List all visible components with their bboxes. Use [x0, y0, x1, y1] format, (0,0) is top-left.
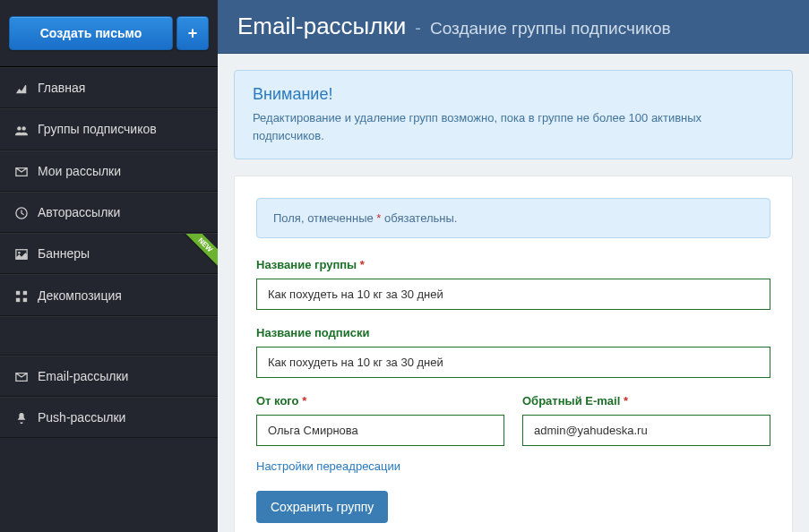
group-name-input[interactable] — [256, 279, 770, 310]
sidebar-item-main[interactable]: Главная — [0, 68, 218, 107]
sidebar-top: Создать письмо + — [0, 0, 218, 67]
image-icon — [14, 246, 29, 261]
main: Email-рассылки - Создание группы подписч… — [218, 0, 809, 532]
svg-rect-8 — [23, 298, 27, 302]
users-icon — [14, 122, 29, 136]
create-letter-button[interactable]: Создать письмо — [9, 16, 173, 50]
sidebar-item-push-mailings[interactable]: Push-рассылки — [0, 398, 218, 437]
attention-alert: Внимание! Редактирование и удаление груп… — [234, 70, 793, 159]
from-input[interactable] — [256, 415, 504, 446]
alert-title: Внимание! — [253, 85, 774, 104]
sidebar-item-label: Мои рассылки — [38, 164, 121, 178]
svg-rect-5 — [16, 291, 20, 295]
page-subtitle: Создание группы подписчиков — [430, 19, 671, 39]
svg-rect-6 — [23, 291, 27, 295]
page-header: Email-рассылки - Создание группы подписч… — [218, 0, 809, 54]
content: Внимание! Редактирование и удаление груп… — [218, 54, 809, 532]
asterisk-icon: * — [360, 258, 365, 271]
sidebar-item-label: Главная — [38, 81, 85, 95]
svg-point-1 — [22, 126, 25, 130]
form-row-sender: От кого * Обратный E-mail * — [256, 394, 770, 446]
asterisk-icon: * — [624, 394, 628, 408]
sidebar-item-label: Баннеры — [38, 246, 90, 261]
sidebar-item-label: Авторассылки — [38, 205, 120, 219]
group-name-label: Название группы * — [256, 258, 770, 271]
sidebar-item-label: Email-рассылки — [38, 369, 128, 383]
sidebar-item-auto-mailings[interactable]: Авторассылки — [0, 193, 218, 232]
chart-icon — [14, 81, 29, 95]
bell-icon — [14, 410, 29, 425]
reply-email-label: Обратный E-mail * — [522, 394, 770, 408]
subscription-name-label: Название подписки — [256, 326, 770, 339]
svg-point-0 — [17, 126, 21, 130]
sidebar-item-decomposition[interactable]: Декомпозиция — [0, 275, 218, 314]
grid-icon — [14, 287, 29, 302]
from-label: От кого * — [256, 394, 504, 408]
page-title: Email-рассылки — [237, 13, 406, 40]
form-row-subscription-name: Название подписки — [256, 326, 770, 378]
nav-gap — [0, 316, 218, 356]
sidebar-item-groups[interactable]: Группы подписчиков — [0, 109, 218, 149]
redirect-settings-link[interactable]: Настройки переадресации — [256, 459, 400, 473]
clock-icon — [14, 205, 29, 219]
asterisk-icon: * — [302, 394, 306, 408]
sidebar-item-email-mailings[interactable]: Email-рассылки — [0, 356, 218, 396]
sidebar-item-label: Группы подписчиков — [38, 122, 157, 136]
form-panel: Поля, отмеченные * обязательны. Название… — [234, 176, 793, 532]
sidebar-item-label: Декомпозиция — [38, 288, 122, 303]
envelope-icon — [14, 164, 29, 178]
nav-list: Главная Группы подписчиков Мои рассылки … — [0, 67, 218, 438]
required-fields-note: Поля, отмеченные * обязательны. — [256, 198, 770, 238]
create-plus-button[interactable]: + — [176, 16, 209, 50]
save-group-button[interactable]: Сохранить группу — [256, 491, 388, 523]
svg-point-4 — [18, 252, 21, 254]
sidebar-item-label: Push-рассылки — [38, 410, 125, 425]
sidebar-item-my-mailings[interactable]: Мои рассылки — [0, 151, 218, 191]
alert-body: Редактирование и удаление групп возможно… — [253, 109, 774, 144]
header-separator: - — [415, 18, 421, 39]
reply-email-input[interactable] — [522, 415, 770, 446]
form-row-group-name: Название группы * — [256, 258, 770, 310]
svg-rect-7 — [16, 298, 20, 302]
envelope-icon — [14, 369, 29, 383]
new-ribbon — [184, 234, 218, 268]
sidebar: Создать письмо + Главная Группы подписчи… — [0, 0, 218, 532]
subscription-name-input[interactable] — [256, 347, 770, 378]
